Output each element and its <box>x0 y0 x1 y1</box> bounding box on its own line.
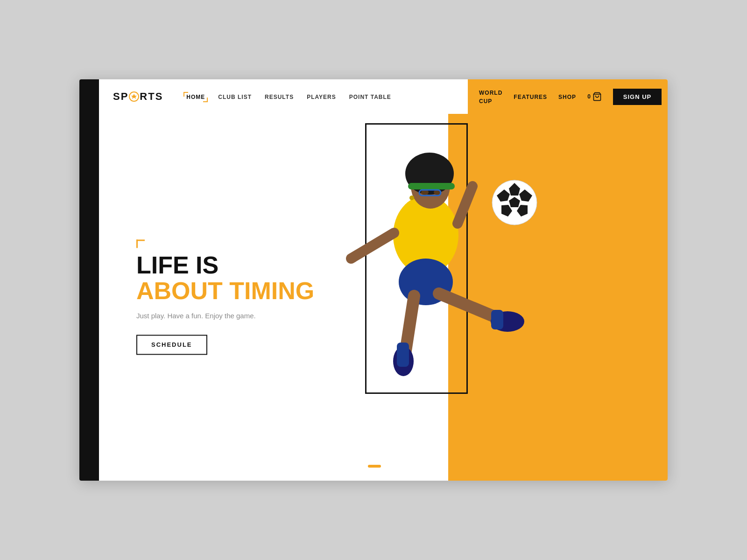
nav-item-world-cup[interactable]: WORLD CUP <box>479 88 502 105</box>
player-figure <box>323 114 547 450</box>
hero-subtitle: Just play. Have a fun. Enjoy the game. <box>136 312 314 320</box>
nav-links-left: HOME CLUB LIST RESULTS PLAYERS POINT TAB… <box>186 92 391 101</box>
svg-line-8 <box>458 186 472 224</box>
nav-link-players[interactable]: PLAYERS <box>307 94 336 100</box>
nav-item-results[interactable]: RESULTS <box>265 92 294 101</box>
logo-text-before: SP <box>113 91 128 103</box>
cart-count: 0 <box>587 93 591 100</box>
slider-dots <box>350 465 416 468</box>
nav-link-shop[interactable]: SHOP <box>558 94 576 100</box>
bracket-corner-icon <box>136 239 145 248</box>
nav-link-club-list[interactable]: CLUB LIST <box>218 94 252 100</box>
nav-item-point-table[interactable]: POINT TABLE <box>349 92 391 101</box>
nav-link-point-table[interactable]: POINT TABLE <box>349 94 391 100</box>
hero-headline-line1: LIFE IS <box>136 252 314 278</box>
svg-rect-6 <box>408 183 455 189</box>
navbar: SP RTS HOME <box>99 79 668 114</box>
hero-section: LIFE IS ABOUT TIMING Just play. Have a f… <box>99 114 668 481</box>
soccer-ball-icon <box>491 179 538 226</box>
svg-rect-16 <box>397 343 409 367</box>
nav-links-right: WORLD CUP FEATURES SHOP <box>479 88 576 105</box>
cart-icon[interactable] <box>592 92 602 101</box>
hero-headline-line2: ABOUT TIMING <box>136 278 314 304</box>
left-bar <box>79 79 99 481</box>
main-wrapper: SP RTS HOME <box>99 79 668 481</box>
slider-dot-2[interactable] <box>368 465 381 468</box>
slider-dot-4[interactable] <box>403 465 416 468</box>
nav-item-features[interactable]: FEATURES <box>514 92 547 101</box>
nav-left: SP RTS HOME <box>99 79 468 114</box>
hero-text: LIFE IS ABOUT TIMING Just play. Have a f… <box>136 239 314 355</box>
nav-item-shop[interactable]: SHOP <box>558 92 576 101</box>
nav-link-home[interactable]: HOME <box>186 94 205 100</box>
logo-ball-icon <box>129 91 139 102</box>
cart-area[interactable]: 0 <box>587 92 602 101</box>
slider-dot-3[interactable] <box>386 465 399 468</box>
nav-right: WORLD CUP FEATURES SHOP 0 <box>468 79 668 114</box>
slider-dot-1[interactable] <box>350 465 363 468</box>
signup-button[interactable]: SIGN UP <box>613 89 662 105</box>
nav-link-features[interactable]: FEATURES <box>514 94 547 100</box>
svg-rect-15 <box>491 310 503 329</box>
nav-item-players[interactable]: PLAYERS <box>307 92 336 101</box>
home-bracket: HOME <box>186 94 205 100</box>
nav-link-results[interactable]: RESULTS <box>265 94 294 100</box>
nav-link-world-cup[interactable]: WORLD CUP <box>479 90 502 105</box>
browser-frame: SP RTS HOME <box>79 79 668 481</box>
logo-text-after: RTS <box>140 91 163 103</box>
svg-point-17 <box>409 196 414 200</box>
logo: SP RTS <box>113 91 163 103</box>
nav-item-home[interactable]: HOME <box>186 92 205 101</box>
nav-item-club-list[interactable]: CLUB LIST <box>218 92 252 101</box>
svg-line-7 <box>351 233 394 259</box>
schedule-button[interactable]: SCHEDULE <box>136 335 207 355</box>
player-container <box>323 114 547 459</box>
